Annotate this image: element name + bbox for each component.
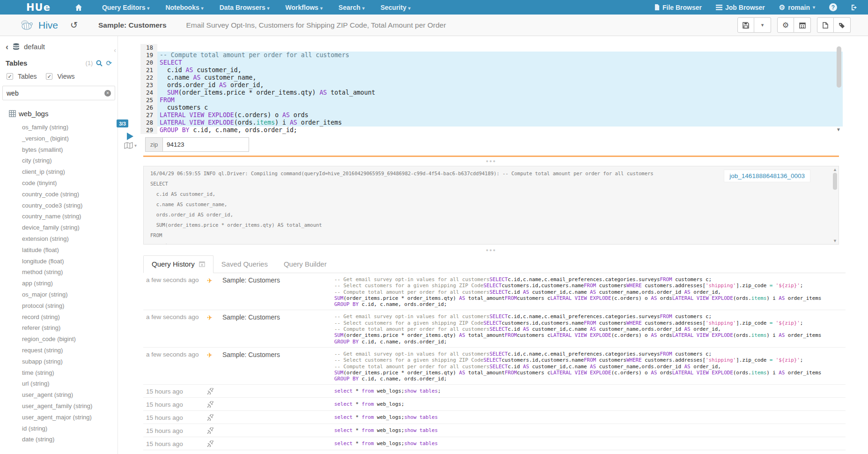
history-sql[interactable]: select * from web_logs;show tables: [334, 427, 846, 434]
column-item[interactable]: method (string): [0, 267, 118, 278]
history-row[interactable]: 15 hours agoselect * from web_logs;show …: [143, 437, 846, 450]
logout-icon[interactable]: [851, 4, 858, 11]
column-item[interactable]: time (string): [0, 367, 118, 379]
search-icon[interactable]: [96, 60, 103, 67]
log-scroll-down-icon[interactable]: ▼: [833, 238, 837, 243]
table-item-web-logs[interactable]: web_logs: [9, 110, 118, 118]
user-menu[interactable]: ⚙ romain ▾: [779, 3, 815, 12]
history-row[interactable]: a few seconds ago✈Sample: Customers-- Ge…: [143, 273, 846, 310]
save-button[interactable]: [737, 17, 754, 33]
column-item[interactable]: os_major (string): [0, 289, 118, 300]
history-sql[interactable]: -- Get email survey opt-in values for al…: [334, 313, 846, 344]
nav-menu-search[interactable]: Search ▾: [338, 4, 365, 11]
home-icon[interactable]: [75, 4, 82, 11]
views-checkbox[interactable]: ✓: [46, 73, 52, 80]
resize-handle[interactable]: ●●●: [143, 248, 839, 253]
hue-logo[interactable]: HUe: [26, 2, 51, 13]
column-item[interactable]: device_family (string): [0, 222, 118, 233]
resize-handle[interactable]: ●●●: [143, 159, 839, 164]
column-item[interactable]: id (string): [0, 423, 118, 434]
history-sql[interactable]: select * from web_logs;show tables: [334, 414, 846, 421]
job-browser-button[interactable]: Job Browser: [716, 4, 765, 11]
column-item[interactable]: protocol (string): [0, 300, 118, 312]
table-search-input[interactable]: [7, 89, 104, 97]
history-sql[interactable]: select * from web_logs;: [334, 401, 846, 408]
tables-checkbox[interactable]: ✓: [7, 73, 13, 80]
history-row[interactable]: a few seconds ago✈Sample: Customers-- Ge…: [143, 348, 846, 385]
code-line[interactable]: 25FROM: [140, 97, 843, 104]
column-item[interactable]: country_name (string): [0, 211, 118, 222]
settings-button[interactable]: ⚙: [777, 17, 794, 33]
history-row[interactable]: 15 hours agoselect * from web_logs;: [143, 398, 846, 411]
column-item[interactable]: record (string): [0, 312, 118, 323]
tags-button[interactable]: [834, 17, 851, 33]
code-line[interactable]: 20SELECT: [140, 59, 843, 67]
minimap-button[interactable]: ▾: [124, 142, 137, 149]
history-sql[interactable]: select * from web_logs;show tables;: [334, 388, 846, 395]
column-item[interactable]: url (string): [0, 378, 118, 389]
column-item[interactable]: country_code (string): [0, 189, 118, 200]
column-item[interactable]: request (string): [0, 345, 118, 356]
code-line[interactable]: 26 customers c: [140, 104, 843, 112]
column-item[interactable]: referer (string): [0, 322, 118, 334]
history-sql[interactable]: -- Get email survey opt-in values for al…: [334, 351, 846, 382]
column-item[interactable]: code (tinyint): [0, 178, 118, 189]
code-line[interactable]: 22 c.name AS customer_name,: [140, 74, 843, 82]
column-item[interactable]: date (string): [0, 434, 118, 445]
log-scroll-up-icon[interactable]: ▲: [833, 167, 837, 172]
column-item[interactable]: bytes (smallint): [0, 144, 118, 156]
history-sql[interactable]: select * from web_logs;show tables: [334, 440, 846, 447]
database-name[interactable]: default: [24, 43, 45, 51]
collapse-panel-icon[interactable]: ‹: [114, 46, 116, 54]
code-line[interactable]: 19-- Compute total amount per order for …: [140, 52, 843, 59]
column-item[interactable]: user_agent_major (string): [0, 412, 118, 423]
code-editor[interactable]: 1819-- Compute total amount per order fo…: [140, 44, 843, 134]
save-dropdown-button[interactable]: ▾: [754, 17, 771, 33]
variable-input[interactable]: [163, 137, 249, 152]
schedule-button[interactable]: [794, 17, 811, 33]
history-sql[interactable]: -- Get email survey opt-in values for al…: [334, 276, 846, 307]
tab-saved-queries[interactable]: Saved Queries: [213, 256, 276, 273]
code-line[interactable]: 21 c.id AS customer_id,: [140, 67, 843, 74]
editor-scroll-down-icon[interactable]: ▼: [836, 127, 841, 132]
nav-menu-data-browsers[interactable]: Data Browsers ▾: [220, 4, 270, 11]
tab-query-history[interactable]: Query History: [143, 255, 213, 273]
column-item[interactable]: app (string): [0, 278, 118, 289]
column-item[interactable]: os_family (string): [0, 122, 118, 133]
new-document-button[interactable]: [817, 17, 834, 33]
nav-menu-workflows[interactable]: Workflows ▾: [286, 4, 323, 11]
code-line[interactable]: 28LATERAL VIEW EXPLODE(ords.items) i AS …: [140, 119, 843, 127]
code-line[interactable]: 24 SUM(order_items.price * order_items.q…: [140, 89, 843, 97]
history-row[interactable]: 15 hours agoselect * from web_logs;show …: [143, 411, 846, 424]
column-item[interactable]: region_code (bigint): [0, 334, 118, 345]
help-icon[interactable]: ?: [829, 3, 837, 11]
history-row[interactable]: 15 hours agoselect * from web_logs;show …: [143, 424, 846, 437]
query-history-icon[interactable]: ↺: [70, 20, 78, 30]
execute-button[interactable]: [127, 133, 133, 140]
column-item[interactable]: client_ip (string): [0, 166, 118, 178]
document-description[interactable]: Email Survey Opt-Ins, Customers for Ship…: [186, 21, 446, 30]
document-title[interactable]: Sample: Customers: [98, 21, 167, 30]
back-icon[interactable]: ‹: [6, 44, 8, 50]
tab-query-builder[interactable]: Query Builder: [276, 256, 335, 273]
column-item[interactable]: user_agent_family (string): [0, 401, 118, 412]
code-line[interactable]: 23 ords.order_id AS order_id,: [140, 82, 843, 89]
job-link[interactable]: job_1461888648136_0003: [724, 170, 810, 182]
column-item[interactable]: latitude (float): [0, 245, 118, 256]
column-item[interactable]: _version_ (bigint): [0, 133, 118, 144]
nav-menu-security[interactable]: Security ▾: [381, 4, 411, 11]
nav-menu-query-editors[interactable]: Query Editors ▾: [102, 4, 150, 11]
nav-menu-notebooks[interactable]: Notebooks ▾: [165, 4, 203, 11]
column-item[interactable]: city (string): [0, 155, 118, 166]
code-line[interactable]: 18: [140, 44, 843, 52]
editor-scrollbar-thumb[interactable]: [837, 46, 841, 88]
column-item[interactable]: longitude (float): [0, 256, 118, 267]
history-row[interactable]: 15 hours agoselect * from web_logs;show …: [143, 385, 846, 398]
log-scrollbar-thumb[interactable]: [833, 173, 837, 190]
code-line[interactable]: 27LATERAL VIEW EXPLODE(c.orders) o AS or…: [140, 112, 843, 119]
column-item[interactable]: subapp (string): [0, 356, 118, 367]
column-item[interactable]: user_agent (string): [0, 389, 118, 401]
file-browser-button[interactable]: File Browser: [655, 4, 702, 11]
refresh-icon[interactable]: ⟳: [106, 60, 112, 67]
app-name[interactable]: Hive: [38, 20, 58, 31]
